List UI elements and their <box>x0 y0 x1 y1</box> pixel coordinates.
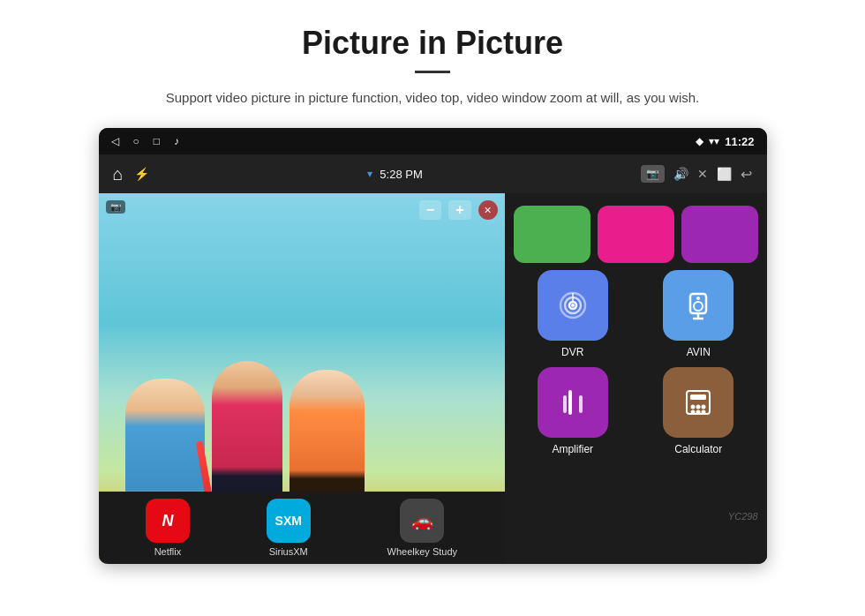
home-nav-icon[interactable]: ○ <box>133 135 139 147</box>
wheelkey-label: Wheelkey Study <box>387 546 457 557</box>
app-bar-center: ▾ 5:28 PM <box>367 168 422 181</box>
device-frame: ◁ ○ □ ♪ ◆ ▾▾ 11:22 ⌂ ⚡ ▾ 5:28 PM 📷 <box>99 128 767 564</box>
svg-point-16 <box>696 405 701 409</box>
amplifier-label: Amplifier <box>552 443 593 455</box>
window-btn[interactable]: ⬜ <box>717 167 732 181</box>
wifi-icon: ▾ <box>367 168 372 180</box>
wifi-status-icon: ▾▾ <box>709 135 719 147</box>
svg-rect-10 <box>568 390 572 415</box>
app-row-2: Amplifier <box>514 367 758 455</box>
avin-label: AVIN <box>687 346 711 358</box>
usb-icon: ⚡ <box>134 167 149 181</box>
music-nav-icon[interactable]: ♪ <box>174 135 179 147</box>
app-bar-left: ⌂ ⚡ <box>113 164 149 184</box>
amplifier-svg <box>553 383 592 422</box>
recents-nav-icon[interactable]: □ <box>154 135 160 147</box>
wheelkey-icon: 🚗 <box>400 499 444 543</box>
svg-point-19 <box>696 410 701 415</box>
back-nav-icon[interactable]: ◁ <box>111 135 119 147</box>
volume-btn[interactable]: 🔊 <box>673 167 688 181</box>
app-partial-pink[interactable] <box>598 206 674 263</box>
page-wrapper: Picture in Picture Support video picture… <box>0 0 865 564</box>
svg-rect-11 <box>563 395 567 413</box>
close-btn[interactable]: ✕ <box>697 167 708 181</box>
app-partial-green[interactable] <box>514 206 590 263</box>
camera-btn[interactable]: 📷 <box>641 165 665 183</box>
calculator-icon <box>663 367 733 438</box>
siriusxm-icon: SXM <box>267 499 311 543</box>
bottom-wheelkey[interactable]: 🚗 Wheelkey Study <box>387 499 457 557</box>
status-time: 11:22 <box>725 135 754 148</box>
app-grid: DVR AVIN <box>505 193 767 564</box>
svg-point-17 <box>702 405 706 409</box>
svg-rect-12 <box>579 395 583 413</box>
siriusxm-label: SiriusXM <box>269 546 308 557</box>
location-icon: ◆ <box>696 135 703 147</box>
netflix-label: Netflix <box>154 546 182 557</box>
avin-icon <box>663 270 733 341</box>
bottom-app-labels: N Netflix SXM SiriusXM 🚗 Wheelkey Study <box>99 492 505 564</box>
main-content: 📷 − + ✕ ⏮ ▶ ⏭ <box>99 193 767 564</box>
dvr-svg <box>554 287 591 324</box>
dvr-label: DVR <box>561 346 583 358</box>
app-bar: ⌂ ⚡ ▾ 5:28 PM 📷 🔊 ✕ ⬜ ↩ <box>99 154 767 193</box>
app-item-dvr[interactable]: DVR <box>514 270 633 358</box>
app-item-avin[interactable]: AVIN <box>639 270 758 358</box>
svg-point-20 <box>702 410 706 415</box>
title-divider <box>415 71 450 73</box>
bottom-siriusxm[interactable]: SXM SiriusXM <box>267 499 311 557</box>
calculator-svg <box>679 383 718 422</box>
back-btn[interactable]: ↩ <box>741 166 752 183</box>
bottom-netflix[interactable]: N Netflix <box>146 499 190 557</box>
app-row-top <box>514 206 758 263</box>
page-title: Picture in Picture <box>302 25 563 62</box>
status-bar-right: ◆ ▾▾ 11:22 <box>696 135 754 148</box>
svg-point-15 <box>691 405 696 409</box>
app-row-1: DVR AVIN <box>514 270 758 358</box>
app-partial-purple[interactable] <box>681 206 758 263</box>
app-item-calculator[interactable]: Calculator <box>639 367 758 455</box>
watermark: YC298 <box>728 511 758 522</box>
svg-point-6 <box>694 302 703 311</box>
status-bar: ◁ ○ □ ♪ ◆ ▾▾ 11:22 <box>99 128 767 154</box>
svg-point-3 <box>571 304 575 307</box>
status-bar-left: ◁ ○ □ ♪ <box>111 135 180 147</box>
app-item-amplifier[interactable]: Amplifier <box>514 367 633 455</box>
avin-svg <box>680 287 717 324</box>
svg-point-9 <box>696 297 700 300</box>
calculator-label: Calculator <box>674 443 722 455</box>
amplifier-icon <box>538 367 608 438</box>
home-button[interactable]: ⌂ <box>113 164 124 184</box>
dvr-icon <box>538 270 608 341</box>
svg-rect-14 <box>690 394 706 400</box>
app-bar-right: 📷 🔊 ✕ ⬜ ↩ <box>641 165 752 183</box>
svg-point-18 <box>691 410 696 415</box>
netflix-icon: N <box>146 499 190 543</box>
page-subtitle: Support video picture in picture functio… <box>166 87 699 109</box>
time-display: 5:28 PM <box>380 168 422 181</box>
